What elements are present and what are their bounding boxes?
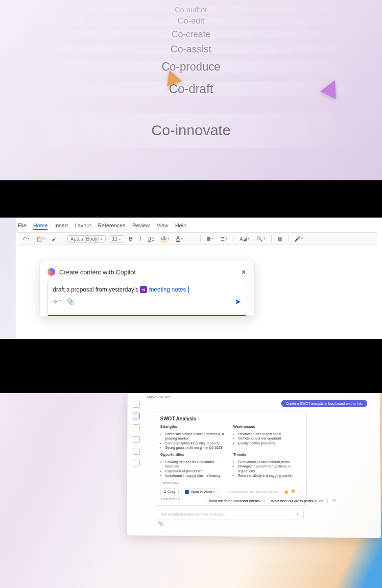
add-row-button[interactable]: + Add a row (160, 481, 301, 485)
rail-home[interactable] (133, 401, 140, 408)
attach-icon[interactable]: 📎 (157, 521, 304, 526)
send-icon[interactable]: ➤ (296, 512, 299, 516)
paste-button[interactable]: 📋▾ (34, 235, 47, 243)
bullets-button[interactable]: ≣▾ (205, 235, 215, 243)
cell-heading: Strengths (160, 424, 228, 430)
word-panel: File Home Insert Layout References Revie… (0, 218, 382, 339)
list-item: Expansion of product line (165, 469, 228, 473)
suggestion-chip[interactable]: What are some additional threats? (206, 498, 265, 504)
rail-create[interactable] (133, 424, 140, 431)
list-item: Production and supply chain (238, 432, 301, 436)
ai-disclaimer: AI-generated content may be incorrect (228, 490, 278, 493)
hero-word: Co-innovate (0, 101, 382, 160)
swot-opportunities: Opportunities Growing demand for sustain… (160, 452, 228, 478)
dictate-button[interactable]: 🎤▾ (292, 235, 305, 243)
list-item: Strong gross profit margin in Q1 2023 (165, 445, 228, 450)
rail-feed[interactable] (133, 448, 140, 455)
font-size-select[interactable]: 11 ▾ (109, 235, 124, 243)
copilot-icon (48, 268, 55, 276)
list-item: Fluctuations in raw material prices (238, 460, 301, 464)
copilot-prompt-input[interactable]: draft a proposal from yesterday's N meet… (48, 281, 246, 316)
more-font-button[interactable]: ⋯ (188, 235, 196, 243)
hero-panel: Co-author Co-edit Co-create Co-assist Co… (0, 0, 382, 180)
ribbon-toolbar: ↶▾ 📋▾ 🖌 Aptos (Body) ▾ 11 ▾ B I U▾ ab▾ A… (18, 232, 377, 245)
menu-file[interactable]: File (18, 222, 26, 230)
list-item: Offers sustainable building materials, a… (165, 432, 228, 441)
font-family-select[interactable]: Aptos (Body) ▾ (67, 235, 106, 243)
send-button[interactable]: ➤ (235, 297, 241, 306)
swot-strengths: Strengths Offers sustainable building ma… (160, 424, 228, 450)
copy-button[interactable]: ⧉ Copy (160, 489, 179, 495)
highlight-button[interactable]: ab▾ (159, 234, 171, 243)
menu-references[interactable]: References (98, 222, 125, 230)
menu-layout[interactable]: Layout (75, 222, 91, 230)
thumbs-down-icon[interactable]: 👎 (290, 490, 295, 494)
open-in-word-button[interactable]: Open in Word ▾ (182, 489, 218, 495)
numbering-button[interactable]: ☰▾ (218, 235, 230, 243)
attach-icon[interactable]: 📎 (67, 298, 74, 305)
menu-home[interactable]: Home (33, 222, 48, 230)
thumbs-up-icon[interactable]: 👍 (284, 490, 288, 494)
rail-copilot[interactable] (133, 413, 140, 419)
ask-input[interactable]: Ask a work question or make a request ➤ (157, 509, 304, 519)
left-rail (131, 401, 141, 466)
copilot-title: Create content with Copilot (59, 269, 136, 276)
prompt-pill[interactable]: Create a SWOT analysis in loop based on … (281, 400, 367, 407)
word-icon (185, 490, 189, 494)
swot-weaknesses: Weaknesses Production and supply chain I… (233, 424, 301, 450)
prompt-reference[interactable]: meeting notes (149, 286, 186, 293)
text-caret (188, 286, 189, 293)
loop-panel: Microsoft 365 Create a SWOT analysis in … (0, 393, 382, 588)
menu-help[interactable]: Help (175, 222, 187, 230)
hero-word: Co-author (0, 4, 382, 15)
copilot-popover: Create content with Copilot ✕ draft a pr… (39, 261, 255, 317)
rail-apps[interactable] (133, 460, 140, 466)
refresh-icon[interactable]: ⟳ (333, 498, 336, 504)
list-item: Changes in government policies or regula… (238, 464, 301, 473)
hero-word: Co-edit (0, 15, 382, 27)
menu-bar: File Home Insert Layout References Revie… (18, 222, 186, 230)
bold-button[interactable]: B (127, 235, 135, 243)
undo-button[interactable]: ↶▾ (21, 235, 31, 243)
list-item: Investment in supply chain efficiency (165, 473, 228, 478)
swot-threats: Threats Fluctuations in raw material pri… (233, 452, 301, 478)
list-item: Quality control problems (238, 441, 301, 445)
list-item: Good reputation for quality products (165, 441, 228, 445)
styles-button[interactable]: A◢▾ (238, 235, 252, 243)
suggestion-chip[interactable]: What were our gross profits in Q1? (268, 498, 328, 504)
list-item: Inefficient cost management (238, 436, 301, 441)
menu-view[interactable]: View (157, 222, 168, 230)
cell-heading: Weaknesses (233, 424, 301, 430)
format-painter-button[interactable]: 🖌 (50, 235, 59, 243)
prompt-typed-text: draft a proposal from yesterday's (53, 286, 138, 293)
inspire-icon[interactable]: ✧⁺ (53, 298, 62, 305)
designer-button[interactable]: ▦ (276, 235, 284, 243)
find-button[interactable]: 🔍▾ (255, 235, 267, 243)
close-icon[interactable]: ✕ (241, 269, 246, 276)
list-item: Growing demand for sustainable materials (165, 460, 228, 469)
ask-placeholder: Ask a work question or make a request (161, 512, 225, 516)
onenote-icon: N (140, 286, 147, 293)
menu-review[interactable]: Review (132, 222, 150, 230)
app-title: Microsoft 365 (147, 395, 170, 399)
font-color-button[interactable]: A▾ (174, 234, 185, 243)
swot-card: SWOT Analysis Strengths Offers sustainab… (155, 412, 307, 506)
cell-heading: Opportunities (160, 452, 228, 458)
rail-mycontent[interactable] (133, 436, 140, 443)
list-item: Price sensitivity in a sagging market (238, 473, 301, 478)
cell-heading: Threats (233, 452, 301, 458)
swot-title: SWOT Analysis (160, 416, 301, 421)
menu-insert[interactable]: Insert (54, 222, 68, 230)
hero-word: Co-assist (0, 41, 382, 57)
italic-button[interactable]: I (138, 235, 143, 243)
hero-word: Co-produce (0, 57, 382, 76)
hero-word: Co-create (0, 27, 382, 41)
underline-button[interactable]: U▾ (146, 235, 156, 243)
suggestion-row: What are some additional threats? What w… (206, 498, 336, 504)
more-icon[interactable]: ⋯ (297, 490, 301, 494)
